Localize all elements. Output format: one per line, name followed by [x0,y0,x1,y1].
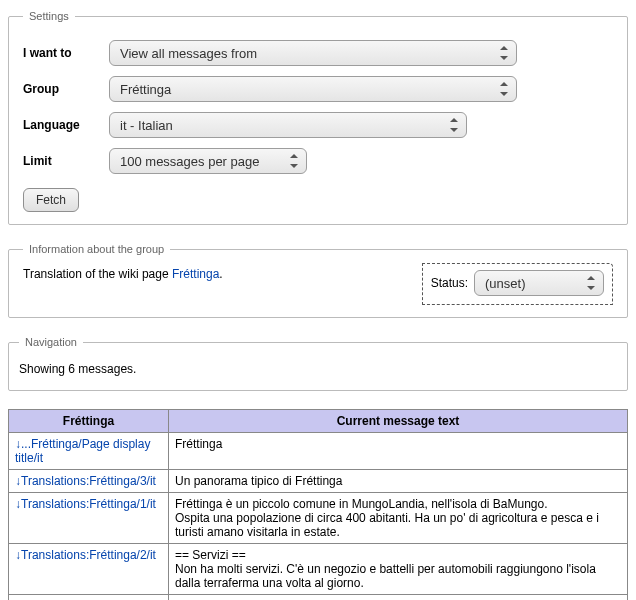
message-key-link[interactable]: ↓Translations:Fréttinga/2/it [15,548,156,562]
info-fieldset: Information about the group Translation … [8,243,628,318]
message-key-link[interactable]: ↓Translations:Fréttinga/3/it [15,474,156,488]
arrow-down-icon: ↓ [15,474,21,488]
info-suffix: . [219,267,222,281]
iwantto-row: I want to View all messages from [23,40,613,66]
language-row: Language it - Italian [23,112,613,138]
fetch-label: Fetch [36,193,66,207]
settings-legend: Settings [23,10,75,22]
table-row: ↓Translations:Fréttinga/3/itUn panorama … [9,470,628,493]
arrow-down-icon: ↓ [15,548,21,562]
messages-table: Fréttinga Current message text ↓...Frétt… [8,409,628,600]
chevron-updown-icon [288,153,300,169]
message-key-cell: ↓...Fréttinga/Page display title/it [9,433,169,470]
info-text: Translation of the wiki page Fréttinga. [23,267,223,281]
chevron-updown-icon [585,275,597,291]
iwantto-value: View all messages from [120,46,257,61]
message-key-link[interactable]: ↓...Fréttinga/Page display title/it [15,437,150,465]
iwantto-select[interactable]: View all messages from [109,40,517,66]
info-legend: Information about the group [23,243,170,255]
limit-value: 100 messages per page [120,154,259,169]
message-text-cell: Un panorama tipico di Fréttinga [169,470,628,493]
limit-select[interactable]: 100 messages per page [109,148,307,174]
message-text-cell: == Servizi == Non ha molti servizi. C'è … [169,544,628,595]
chevron-updown-icon [498,81,510,97]
table-row: ↓...Fréttinga/Page display title/itFrétt… [9,433,628,470]
limit-label: Limit [23,154,109,168]
status-box: Status: (unset) [422,263,613,305]
arrow-down-icon: ↓ [15,437,21,451]
message-text-cell: Fréttinga è un piccolo comune in MungoLa… [169,493,628,544]
message-text-cell: Fréttinga [169,433,628,470]
fetch-button[interactable]: Fetch [23,188,79,212]
nav-fieldset: Navigation Showing 6 messages. [8,336,628,391]
nav-legend: Navigation [19,336,83,348]
group-select[interactable]: Fréttinga [109,76,517,102]
iwantto-label: I want to [23,46,109,60]
col-header-key: Fréttinga [9,410,169,433]
nav-showing: Showing 6 messages. [19,362,617,376]
table-row: ↓Translations:Fréttinga/1/itFréttinga è … [9,493,628,544]
settings-fieldset: Settings I want to View all messages fro… [8,10,628,225]
message-text-cell: Eventi principali: * il nuovo tetto dell… [169,595,628,601]
info-prefix: Translation of the wiki page [23,267,172,281]
message-key-link[interactable]: ↓Translations:Fréttinga/1/it [15,497,156,511]
table-row: ↓Translations:Fréttinga/4/itEventi princ… [9,595,628,601]
group-value: Fréttinga [120,82,171,97]
message-key-cell: ↓Translations:Fréttinga/1/it [9,493,169,544]
arrow-down-icon: ↓ [15,497,21,511]
info-link[interactable]: Fréttinga [172,267,219,281]
col-header-text: Current message text [169,410,628,433]
message-key-cell: ↓Translations:Fréttinga/4/it [9,595,169,601]
language-select[interactable]: it - Italian [109,112,467,138]
limit-row: Limit 100 messages per page [23,148,613,174]
language-value: it - Italian [120,118,173,133]
table-row: ↓Translations:Fréttinga/2/it== Servizi =… [9,544,628,595]
group-label: Group [23,82,109,96]
message-key-cell: ↓Translations:Fréttinga/3/it [9,470,169,493]
chevron-updown-icon [498,45,510,61]
chevron-updown-icon [448,117,460,133]
status-select[interactable]: (unset) [474,270,604,296]
status-label: Status: [431,276,468,290]
group-row: Group Fréttinga [23,76,613,102]
status-value: (unset) [485,276,525,291]
message-key-cell: ↓Translations:Fréttinga/2/it [9,544,169,595]
language-label: Language [23,118,109,132]
